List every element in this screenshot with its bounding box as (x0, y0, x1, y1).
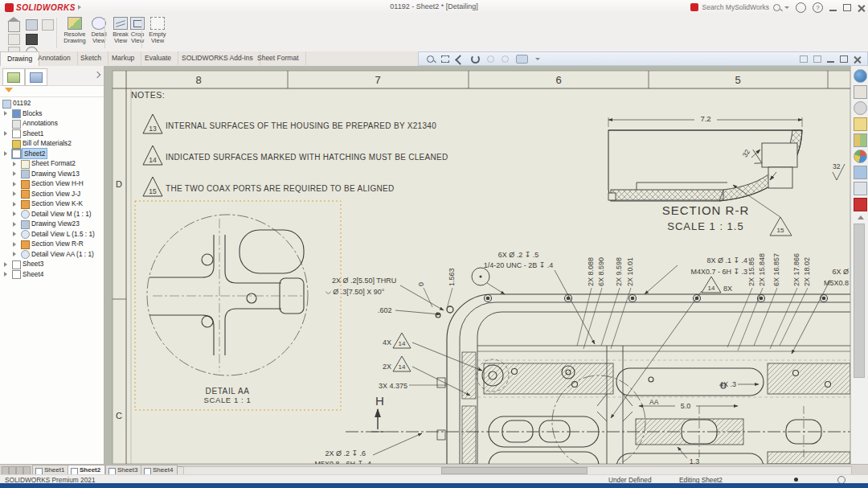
resolve-drawing-button[interactable]: Resolve Drawing (61, 16, 88, 50)
section-view-icon[interactable] (487, 55, 494, 63)
tree-item-drawing-view23[interactable]: Drawing View23 (0, 219, 104, 229)
property-manager-tab[interactable] (25, 68, 47, 86)
note-flag-13: 13 (149, 125, 157, 133)
empty-view-button[interactable]: Empty View (144, 16, 171, 50)
search-input[interactable]: Search MySolidWorks (702, 3, 769, 11)
tab-sheet-format[interactable]: Sheet Format (251, 51, 306, 65)
graphics-area[interactable]: 8 7 6 5 D C NOTES: 13 INTERNAL SURFACES … (104, 66, 850, 464)
feature-manager-header (0, 66, 104, 86)
expand-icon[interactable] (13, 162, 16, 166)
save-icon[interactable] (26, 19, 38, 31)
feature-tree-tab[interactable] (2, 68, 25, 86)
dim-4x3: 4X .3 (719, 380, 736, 388)
tree-item-annotations[interactable]: Annotations (0, 118, 104, 129)
view-orientation-icon[interactable] (502, 55, 509, 63)
expand-icon[interactable] (13, 222, 16, 227)
search-icon[interactable] (773, 4, 780, 11)
solidworks-window: SOLIDWORKS 01192 - Sheet2 * [Detailing] … (0, 0, 868, 488)
expand-icon[interactable] (13, 171, 16, 176)
hide-show-items-icon[interactable] (535, 58, 540, 60)
expand-icon[interactable] (13, 252, 16, 256)
doc-minimize-button[interactable] (827, 55, 834, 63)
panel-expand-icon[interactable] (94, 72, 100, 78)
search-options-icon[interactable] (784, 6, 789, 9)
settings-icon[interactable] (854, 101, 867, 115)
doc-close-button[interactable] (854, 55, 861, 63)
tree-item-section-view-jj[interactable]: Section View J-J (0, 189, 104, 199)
expand-icon[interactable] (4, 262, 7, 267)
print-icon[interactable] (26, 34, 38, 45)
tab-solidworks-add-ins[interactable]: SOLIDWORKS Add-Ins (175, 51, 260, 65)
close-button[interactable] (858, 4, 865, 11)
tree-item-sheet4[interactable]: Sheet4 (0, 269, 104, 280)
flag14-num: 14 (708, 285, 715, 292)
restore-button[interactable] (843, 4, 851, 11)
expand-icon[interactable] (13, 182, 16, 187)
solidworks-resources-icon[interactable] (854, 69, 867, 83)
help-icon[interactable]: ? (813, 2, 823, 13)
section-rr-scale: SCALE 1 : 1.5 (667, 220, 743, 232)
expand-icon[interactable] (13, 232, 16, 236)
home-tab-icon[interactable] (854, 85, 867, 99)
section-view-icon (21, 180, 30, 189)
dim-corner-thru-2: ⌵ Ø .3[7.50] X 90° (326, 288, 385, 296)
command-tab-bar: Drawing Annotation Sketch Markup Evaluat… (0, 51, 868, 67)
user-account-icon[interactable] (796, 2, 806, 13)
copy-settings-icon[interactable] (854, 182, 867, 195)
tree-item-detail-view-l[interactable]: Detail View L (1.5 : 1) (0, 229, 104, 240)
vertical-scrollbar-thumb[interactable] (854, 223, 865, 378)
tree-filter-row[interactable] (0, 85, 104, 97)
tree-item-blocks[interactable]: Blocks (0, 109, 104, 119)
tree-item-section-view-rr[interactable]: Section View R-R (0, 239, 104, 249)
file-explorer-icon[interactable] (854, 117, 867, 131)
doc-restore-button[interactable] (840, 55, 848, 63)
tree-root[interactable]: 01192 (0, 98, 104, 109)
detail-view-icon (21, 250, 30, 259)
tree-item-sheet3[interactable]: Sheet3 (0, 259, 104, 269)
zoom-to-fit-icon[interactable] (427, 55, 434, 63)
expand-icon[interactable] (13, 202, 16, 207)
tree-item-sheet-format2[interactable]: Sheet Format2 (0, 158, 104, 169)
tab-annotation[interactable]: Annotation (31, 51, 78, 65)
dim-1001: 2X 10.01 (626, 257, 634, 286)
doc-window-icon[interactable] (800, 55, 808, 63)
dim-8590: 6X 8.590 (597, 257, 605, 286)
tree-item-detail-view-m[interactable]: Detail View M (1 : 1) (0, 209, 104, 219)
horizontal-scrollbar-thumb[interactable] (441, 467, 588, 474)
expand-icon[interactable] (4, 151, 7, 156)
custom-properties-icon[interactable] (854, 198, 867, 211)
expand-icon[interactable] (13, 242, 16, 247)
rotate-view-icon[interactable] (471, 55, 480, 64)
tree-item-bill-of-materials[interactable]: Bill of Materials2 (0, 138, 104, 149)
view-palette-icon[interactable] (854, 166, 867, 179)
expand-icon[interactable] (13, 211, 16, 216)
tree-item-section-view-kk[interactable]: Section View K-K (0, 199, 104, 209)
tree-item-sheet2[interactable]: Sheet2 (0, 149, 104, 159)
home-icon[interactable] (8, 21, 20, 32)
tab-markup[interactable]: Markup (105, 51, 141, 65)
expand-icon[interactable] (4, 111, 7, 116)
display-style-icon[interactable] (516, 55, 528, 64)
new-document-icon[interactable] (8, 34, 20, 45)
expand-icon[interactable] (4, 272, 7, 277)
expand-icon[interactable] (4, 131, 7, 136)
dim-50: 5.0 (681, 402, 691, 410)
tree-item-sheet1[interactable]: Sheet1 (0, 129, 104, 139)
tab-evaluate[interactable]: Evaluate (138, 51, 178, 65)
tab-sketch[interactable]: Sketch (74, 51, 108, 65)
doc-window-icon-2[interactable] (813, 55, 821, 63)
tree-item-drawing-view13[interactable]: Drawing View13 (0, 169, 104, 179)
minimize-button[interactable] (829, 3, 837, 11)
tree-item-section-view-hh[interactable]: Section View H-H (0, 178, 104, 189)
drawing-view-icon (21, 170, 30, 178)
previous-view-icon[interactable] (455, 55, 465, 65)
appearances-icon[interactable] (854, 150, 867, 163)
tree-item-detail-view-aa[interactable]: Detail View AA (1 : 1) (0, 249, 104, 260)
scroll-up-icon[interactable] (858, 215, 864, 219)
design-library-icon[interactable] (854, 133, 867, 147)
undo-icon[interactable] (42, 19, 54, 31)
expand-icon[interactable] (13, 191, 16, 196)
search-box[interactable]: Search MySolidWorks (690, 3, 789, 11)
ribbon-separator (104, 18, 105, 48)
zoom-to-area-icon[interactable] (441, 55, 449, 63)
